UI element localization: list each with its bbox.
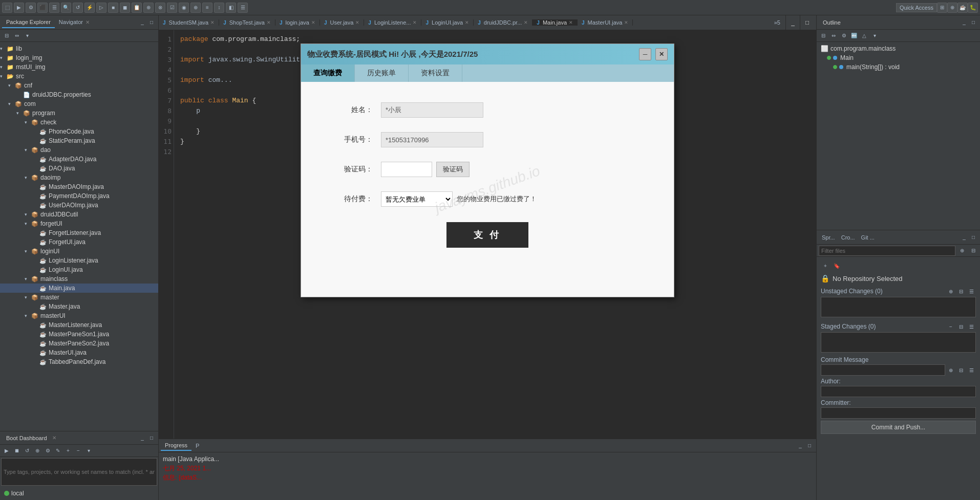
tab-progress[interactable]: Progress	[161, 441, 191, 451]
boot-maximize-btn[interactable]: □	[147, 433, 156, 443]
git-filter-input[interactable]	[819, 246, 955, 256]
toolbar-icon-11[interactable]: ◼	[120, 3, 130, 13]
tree-item-TabbedPaneDef.java[interactable]: ☕TabbedPaneDef.java	[0, 357, 158, 366]
toolbar-icon-18[interactable]: ≡	[202, 3, 212, 13]
editor-tab-LoginUI[interactable]: JLoginUI.java✕	[421, 19, 474, 26]
tab-navigator[interactable]: Navigator ✕	[55, 17, 94, 28]
boot-btn-2[interactable]: ⏹	[12, 446, 22, 455]
tree-item-forgetUI[interactable]: ▾📦forgetUI	[0, 219, 158, 228]
commit-msg-btn-1[interactable]: ⊕	[946, 365, 955, 375]
toolbar-icon-15[interactable]: ☑	[167, 3, 177, 13]
tree-item-dao[interactable]: ▾📦dao	[0, 145, 158, 155]
toolbar-icon-13[interactable]: ⊕	[143, 3, 154, 13]
tab-spr[interactable]: Spr...	[819, 233, 838, 242]
staged-textarea[interactable]	[821, 332, 976, 353]
tree-item-src[interactable]: ▾📂src	[0, 72, 158, 81]
tree-item-MasterUI.java[interactable]: ☕MasterUI.java	[0, 348, 158, 357]
tab-cro[interactable]: Cro...	[838, 233, 858, 242]
committer-input[interactable]	[821, 407, 976, 419]
boot-search-input[interactable]	[1, 458, 157, 486]
progress-minimize[interactable]: _	[796, 441, 805, 450]
outline-btn-2[interactable]: ⇔	[829, 31, 838, 40]
phone-input[interactable]	[381, 132, 483, 147]
unstaged-textarea[interactable]	[821, 297, 976, 317]
tree-item-AdapterDAO.java[interactable]: ☕AdapterDAO.java	[0, 155, 158, 164]
outline-btn-5[interactable]: △	[860, 31, 869, 40]
tab-close-LoginListene[interactable]: ✕	[413, 20, 417, 25]
verify-code-input[interactable]	[381, 162, 432, 177]
toolbar-icon-1[interactable]: ⬚	[2, 3, 12, 13]
tab-close-Main[interactable]: ✕	[569, 20, 573, 25]
commit-push-button[interactable]: Commit and Push...	[821, 421, 976, 434]
boot-btn-4[interactable]: ⊕	[33, 446, 42, 455]
tree-item-LoginListener.java[interactable]: ☕LoginListener.java	[0, 256, 158, 265]
fee-select[interactable]: 暂无欠费业单	[381, 191, 453, 207]
tab-package-explorer[interactable]: Package Explorer	[2, 17, 55, 28]
boot-dashboard-close[interactable]: ✕	[52, 435, 56, 441]
toolbar-icon-21[interactable]: ☰	[238, 3, 248, 13]
author-input[interactable]	[821, 386, 976, 397]
boot-btn-3[interactable]: ↺	[23, 446, 32, 455]
quick-access-button[interactable]: Quick Access	[896, 3, 937, 12]
tree-item-ForgetUI.java[interactable]: ☕ForgetUI.java	[0, 237, 158, 247]
tab-close-MasterUI[interactable]: ✕	[624, 20, 628, 25]
outline-maximize[interactable]: □	[969, 18, 978, 27]
editor-tab-User[interactable]: JUser.java✕	[320, 19, 364, 26]
explorer-menu-btn[interactable]: ▾	[23, 31, 32, 40]
tree-item-MasterListener.java[interactable]: ☕MasterListener.java	[0, 320, 158, 330]
tree-item-MasterDAOImp.java[interactable]: ☕MasterDAOImp.java	[0, 182, 158, 191]
tree-item-login_img[interactable]: ▾📁login_img	[0, 53, 158, 62]
commit-message-input[interactable]	[821, 364, 945, 376]
toolbar-icon-16[interactable]: ◉	[179, 3, 189, 13]
tree-item-MasterPaneSon2.java[interactable]: ☕MasterPaneSon2.java	[0, 339, 158, 348]
commit-msg-btn-3[interactable]: ☰	[967, 365, 976, 375]
minimize-left-btn[interactable]: _	[138, 18, 147, 27]
boot-btn-6[interactable]: ✎	[53, 446, 62, 455]
name-input[interactable]	[381, 102, 483, 118]
tree-item-program[interactable]: ▾📦program	[0, 108, 158, 118]
git-maximize[interactable]: □	[969, 233, 978, 242]
tab-close-StudentSM[interactable]: ✕	[210, 20, 215, 25]
git-filter-btn-1[interactable]: ⊕	[957, 246, 967, 255]
toolbar-icon-8[interactable]: ⚡	[84, 3, 95, 13]
toolbar-icon-7[interactable]: ↺	[73, 3, 83, 13]
editor-tab-Main[interactable]: JMain.java✕	[532, 19, 578, 26]
tree-item-PhoneCode.java[interactable]: ☕PhoneCode.java	[0, 127, 158, 136]
boot-btn-9[interactable]: ▾	[84, 446, 93, 455]
tree-item-UserDAOImp.java[interactable]: ☕UserDAOImp.java	[0, 201, 158, 210]
tree-item-DAO.java[interactable]: ☕DAO.java	[0, 164, 158, 173]
tab-outline[interactable]: Outline	[819, 17, 845, 28]
outline-btn-6[interactable]: ▾	[870, 31, 879, 40]
tree-item-Main.java[interactable]: ☕Main.java	[0, 284, 158, 293]
tab-overflow-button[interactable]: »5	[771, 19, 783, 26]
editor-tab-StudentSM[interactable]: JStudentSM.java✕	[159, 19, 219, 26]
navigator-tab-close[interactable]: ✕	[86, 19, 90, 25]
tree-item-daoimp[interactable]: ▾📦daoimp	[0, 173, 158, 182]
debug-perspective-icon[interactable]: 🐛	[968, 3, 978, 13]
editor-tab-login[interactable]: Jlogin.java✕	[275, 19, 320, 26]
unstaged-btn-1[interactable]: ⊕	[946, 287, 955, 296]
toolbar-icon-10[interactable]: ■	[108, 3, 118, 13]
toolbar-icon-19[interactable]: ↕	[214, 3, 224, 13]
dialog-tab-query[interactable]: 查询缴费	[301, 64, 355, 82]
open-perspective-icon[interactable]: ⊕	[947, 3, 957, 13]
toolbar-icon-14[interactable]: ⊗	[155, 3, 165, 13]
unstaged-btn-3[interactable]: ☰	[967, 287, 976, 296]
toolbar-icon-3[interactable]: ⚙	[26, 3, 36, 13]
tree-item-druidJDBCutil[interactable]: ▾📦druidJDBCutil	[0, 210, 158, 219]
toolbar-icon-20[interactable]: ◧	[226, 3, 236, 13]
tab-git[interactable]: Git ...	[858, 233, 878, 242]
tree-item-druidJDBC.properties[interactable]: 📄druidJDBC.properties	[0, 90, 158, 99]
tab-close-ShopTest[interactable]: ✕	[267, 20, 271, 25]
dialog-close-btn[interactable]: ✕	[655, 48, 668, 60]
progress-maximize[interactable]: □	[805, 441, 814, 450]
tab-close-LoginUI[interactable]: ✕	[465, 20, 469, 25]
boot-btn-8[interactable]: −	[74, 446, 83, 455]
dialog-tab-settings[interactable]: 资料设置	[409, 64, 462, 82]
maximize-left-btn[interactable]: □	[147, 18, 156, 27]
boot-minimize-btn[interactable]: _	[138, 433, 147, 443]
tree-item-Master.java[interactable]: ☕Master.java	[0, 302, 158, 311]
boot-btn-5[interactable]: ⚙	[43, 446, 52, 455]
toolbar-icon-17[interactable]: ⊕	[190, 3, 201, 13]
tab-boot-dashboard[interactable]: Boot Dashboard	[2, 433, 51, 443]
